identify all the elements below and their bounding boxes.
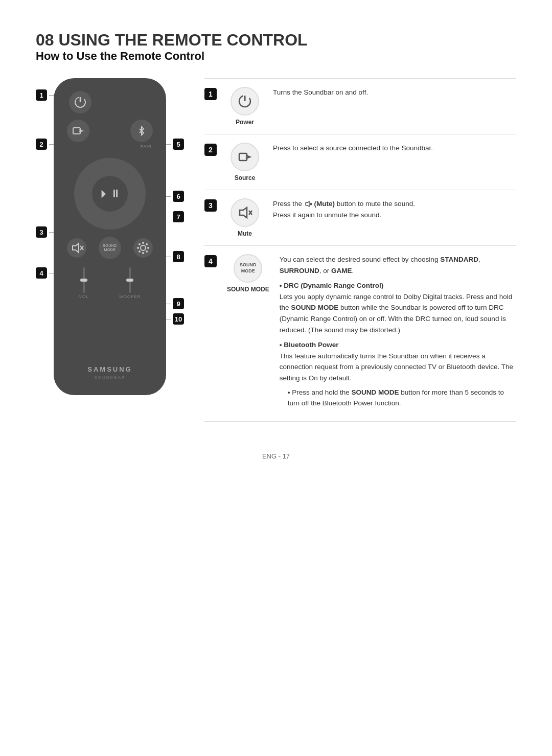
svg-point-8 <box>142 252 144 254</box>
power-row <box>64 91 156 113</box>
badge-10: 10 <box>173 313 184 325</box>
bluetooth-icon <box>134 124 149 138</box>
ref-num-4: 4 <box>204 255 217 267</box>
ref-num-1: 1 <box>204 88 217 100</box>
badge-5: 5 <box>173 139 184 150</box>
bt-pair-button[interactable] <box>130 120 153 142</box>
remote-illustration: 1 2 3 4 5 6 7 <box>36 78 184 395</box>
badge-7: 7 <box>173 211 184 222</box>
play-pause-icon: ⏵⏸ <box>99 187 121 200</box>
ref-num-2: 2 <box>204 144 217 156</box>
title-text: USING THE REMOTE CONTROL <box>58 31 307 49</box>
ref-row-4: 4 SOUNDMODE SOUND MODE You can select th… <box>204 245 516 422</box>
ref-desc-3: Press the (Mute) button to mute the soun… <box>273 198 516 220</box>
ref-row-3: 3 Mute Press the (Mute) b <box>204 190 516 245</box>
badge-9: 9 <box>173 298 184 309</box>
page-title: 08 USING THE REMOTE CONTROL <box>36 31 516 50</box>
sound-mode-button[interactable]: SOUNDMODE <box>99 237 121 259</box>
svg-marker-18 <box>240 208 247 218</box>
source-ref-icon <box>237 149 253 165</box>
mute-label-ref: Mute <box>238 230 252 237</box>
vol-slider[interactable]: VOL <box>79 267 89 299</box>
ref-desc-1: Turns the Soundbar on and off. <box>273 87 516 98</box>
settings-button[interactable] <box>133 238 153 258</box>
vol-label: VOL <box>79 294 89 299</box>
ref-desc-2: Press to select a source connected to th… <box>273 143 516 154</box>
ref-icon-soundmode: SOUNDMODE SOUND MODE <box>227 254 269 293</box>
ref-num-3: 3 <box>204 199 217 212</box>
ref-row-1: 1 Power Turns the Soundbar on and off. <box>204 78 516 134</box>
power-label: Power <box>236 119 254 126</box>
svg-marker-3 <box>73 243 79 253</box>
soundmode-icon-circle: SOUNDMODE <box>234 254 262 283</box>
mute-icon <box>70 241 84 255</box>
power-ref-icon <box>237 93 253 109</box>
badge-1: 1 <box>36 89 47 101</box>
svg-point-10 <box>147 247 149 249</box>
svg-point-12 <box>146 250 148 253</box>
mute-icon-circle <box>231 198 259 227</box>
soundmode-text-icon: SOUNDMODE <box>240 262 257 274</box>
svg-marker-21 <box>306 201 309 207</box>
content-area: 1 2 3 4 5 6 7 <box>36 78 516 422</box>
source-bt-row <box>64 120 156 142</box>
badge-3: 3 <box>36 226 47 238</box>
source-icon-circle <box>231 143 259 171</box>
woofer-slider[interactable]: WOOFER <box>119 267 141 299</box>
pair-label: PAIR <box>141 144 152 149</box>
svg-rect-17 <box>239 153 247 161</box>
ref-row-2: 2 Source Press to select a source connec… <box>204 134 516 190</box>
page-footer: ENG - 17 <box>36 452 516 460</box>
badge-2: 2 <box>36 139 47 150</box>
ref-icon-mute: Mute <box>227 198 263 237</box>
svg-point-9 <box>137 247 139 249</box>
gear-icon <box>136 241 150 255</box>
footer-text: ENG - 17 <box>262 452 290 460</box>
badge-4: 4 <box>36 267 47 279</box>
power-icon-circle <box>231 87 259 116</box>
badge-6: 6 <box>173 191 184 202</box>
sound-mode-label: SOUNDMODE <box>103 244 117 253</box>
reference-table: 1 Power Turns the Soundbar on and off. 2 <box>204 78 516 422</box>
soundbar-label: SOUNDBAR <box>54 375 166 380</box>
section-title: How to Use the Remote Control <box>36 50 516 63</box>
svg-point-6 <box>141 245 146 250</box>
power-icon <box>73 95 87 109</box>
ref-icon-source: Source <box>227 143 263 181</box>
svg-rect-2 <box>73 128 80 134</box>
chapter-number: 08 <box>36 31 54 49</box>
svg-point-7 <box>142 242 144 244</box>
svg-point-13 <box>146 243 148 245</box>
source-label-ref: Source <box>235 174 256 181</box>
brand-label: SAMSUNG <box>54 365 166 373</box>
svg-point-14 <box>139 250 141 253</box>
controls-row: SOUNDMODE <box>64 237 156 259</box>
svg-point-11 <box>139 243 141 245</box>
brand-row: SAMSUNG SOUNDBAR <box>54 365 166 380</box>
remote-control: PAIR ⏵⏸ <box>54 78 166 395</box>
mute-button[interactable] <box>67 238 86 258</box>
dpad[interactable]: ⏵⏸ <box>74 158 146 230</box>
source-button[interactable] <box>67 120 89 142</box>
badge-8: 8 <box>173 251 184 262</box>
power-button[interactable] <box>69 91 91 113</box>
mute-inline-icon <box>304 200 312 208</box>
soundmode-label-ref: SOUND MODE <box>227 286 269 293</box>
source-icon <box>71 124 85 138</box>
ref-icon-power: Power <box>227 87 263 126</box>
woofer-label: WOOFER <box>119 294 141 299</box>
ref-desc-4: You can select the desired sound effect … <box>280 254 516 413</box>
vol-woofer-row: VOL WOOFER <box>64 267 156 299</box>
mute-ref-icon <box>237 204 253 221</box>
